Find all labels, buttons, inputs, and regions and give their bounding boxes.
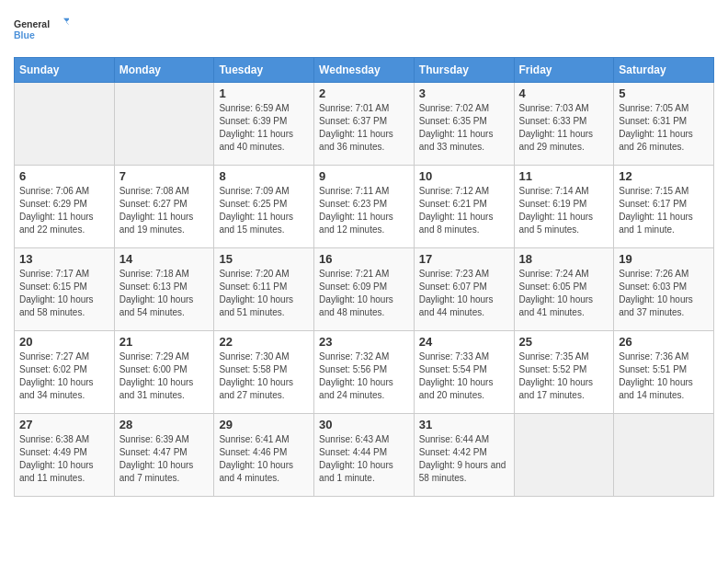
calendar-cell: 11Sunrise: 7:14 AM Sunset: 6:19 PM Dayli… [514,166,614,248]
day-info: Sunrise: 7:05 AM Sunset: 6:31 PM Dayligh… [619,102,709,154]
day-number: 11 [519,169,609,183]
week-row-4: 20Sunrise: 7:27 AM Sunset: 6:02 PM Dayli… [15,331,714,414]
calendar-cell: 6Sunrise: 7:06 AM Sunset: 6:29 PM Daylig… [15,166,115,248]
day-info: Sunrise: 7:08 AM Sunset: 6:27 PM Dayligh… [119,185,210,236]
day-info: Sunrise: 6:41 AM Sunset: 4:46 PM Dayligh… [219,433,309,485]
day-info: Sunrise: 7:09 AM Sunset: 6:25 PM Dayligh… [219,185,309,236]
calendar-cell: 19Sunrise: 7:26 AM Sunset: 6:03 PM Dayli… [614,248,714,331]
logo: General Blue [14,13,69,50]
calendar-cell: 20Sunrise: 7:27 AM Sunset: 6:02 PM Dayli… [15,331,115,414]
day-info: Sunrise: 7:36 AM Sunset: 5:51 PM Dayligh… [619,350,709,402]
calendar-cell [614,414,714,497]
day-info: Sunrise: 7:32 AM Sunset: 5:56 PM Dayligh… [319,350,409,402]
weekday-header-wednesday: Wednesday [314,58,415,83]
day-info: Sunrise: 7:12 AM Sunset: 6:21 PM Dayligh… [419,185,509,236]
calendar-table: SundayMondayTuesdayWednesdayThursdayFrid… [14,57,714,497]
weekday-header-friday: Friday [514,58,614,83]
day-number: 30 [319,418,409,431]
day-info: Sunrise: 7:03 AM Sunset: 6:33 PM Dayligh… [519,102,609,154]
day-info: Sunrise: 7:06 AM Sunset: 6:29 PM Dayligh… [19,185,109,236]
day-info: Sunrise: 6:38 AM Sunset: 4:49 PM Dayligh… [19,433,109,485]
day-info: Sunrise: 6:44 AM Sunset: 4:42 PM Dayligh… [419,433,509,485]
day-number: 12 [619,169,709,183]
calendar-cell: 17Sunrise: 7:23 AM Sunset: 6:07 PM Dayli… [414,248,514,331]
svg-marker-2 [63,18,69,27]
calendar-cell [514,414,614,497]
day-info: Sunrise: 7:23 AM Sunset: 6:07 PM Dayligh… [419,268,509,319]
day-number: 4 [519,86,609,100]
day-number: 16 [319,252,409,266]
weekday-header-thursday: Thursday [414,58,514,83]
day-number: 10 [419,169,509,183]
day-info: Sunrise: 7:18 AM Sunset: 6:13 PM Dayligh… [119,268,210,319]
logo-svg: General Blue [14,13,69,50]
calendar-cell: 2Sunrise: 7:01 AM Sunset: 6:37 PM Daylig… [314,83,415,166]
day-number: 26 [619,335,709,349]
day-info: Sunrise: 7:21 AM Sunset: 6:09 PM Dayligh… [319,268,409,319]
calendar-cell: 9Sunrise: 7:11 AM Sunset: 6:23 PM Daylig… [314,166,415,248]
calendar-cell: 18Sunrise: 7:24 AM Sunset: 6:05 PM Dayli… [514,248,614,331]
calendar-cell: 12Sunrise: 7:15 AM Sunset: 6:17 PM Dayli… [614,166,714,248]
day-number: 2 [319,86,409,100]
calendar-cell: 26Sunrise: 7:36 AM Sunset: 5:51 PM Dayli… [614,331,714,414]
weekday-header-saturday: Saturday [614,58,714,83]
day-number: 7 [119,169,210,183]
day-info: Sunrise: 6:39 AM Sunset: 4:47 PM Dayligh… [119,433,210,485]
day-info: Sunrise: 7:02 AM Sunset: 6:35 PM Dayligh… [419,102,509,154]
day-number: 21 [119,335,210,349]
day-info: Sunrise: 7:01 AM Sunset: 6:37 PM Dayligh… [319,102,409,154]
day-number: 1 [219,86,309,100]
day-number: 28 [119,418,210,431]
calendar-cell: 10Sunrise: 7:12 AM Sunset: 6:21 PM Dayli… [414,166,514,248]
day-number: 3 [419,86,509,100]
day-number: 9 [319,169,409,183]
calendar-cell: 29Sunrise: 6:41 AM Sunset: 4:46 PM Dayli… [214,414,314,497]
day-number: 25 [519,335,609,349]
day-info: Sunrise: 7:27 AM Sunset: 6:02 PM Dayligh… [19,350,109,402]
calendar-cell: 14Sunrise: 7:18 AM Sunset: 6:13 PM Dayli… [114,248,214,331]
day-number: 20 [19,335,109,349]
calendar-cell [114,83,214,166]
calendar-cell: 7Sunrise: 7:08 AM Sunset: 6:27 PM Daylig… [114,166,214,248]
calendar-cell: 8Sunrise: 7:09 AM Sunset: 6:25 PM Daylig… [214,166,314,248]
calendar-cell: 3Sunrise: 7:02 AM Sunset: 6:35 PM Daylig… [414,83,514,166]
day-number: 6 [19,169,109,183]
weekday-header-row: SundayMondayTuesdayWednesdayThursdayFrid… [15,58,714,83]
calendar-cell [15,83,115,166]
day-number: 8 [219,169,309,183]
day-info: Sunrise: 7:11 AM Sunset: 6:23 PM Dayligh… [319,185,409,236]
day-number: 27 [19,418,109,431]
day-info: Sunrise: 7:17 AM Sunset: 6:15 PM Dayligh… [19,268,109,319]
calendar-body: 1Sunrise: 6:59 AM Sunset: 6:39 PM Daylig… [15,83,714,497]
calendar-cell: 28Sunrise: 6:39 AM Sunset: 4:47 PM Dayli… [114,414,214,497]
week-row-1: 1Sunrise: 6:59 AM Sunset: 6:39 PM Daylig… [15,83,714,166]
calendar-cell: 30Sunrise: 6:43 AM Sunset: 4:44 PM Dayli… [314,414,415,497]
calendar-cell: 27Sunrise: 6:38 AM Sunset: 4:49 PM Dayli… [15,414,115,497]
week-row-3: 13Sunrise: 7:17 AM Sunset: 6:15 PM Dayli… [15,248,714,331]
day-info: Sunrise: 7:29 AM Sunset: 6:00 PM Dayligh… [119,350,210,402]
day-info: Sunrise: 7:24 AM Sunset: 6:05 PM Dayligh… [519,268,609,319]
day-info: Sunrise: 7:15 AM Sunset: 6:17 PM Dayligh… [619,185,709,236]
day-info: Sunrise: 7:30 AM Sunset: 5:58 PM Dayligh… [219,350,309,402]
week-row-5: 27Sunrise: 6:38 AM Sunset: 4:49 PM Dayli… [15,414,714,497]
day-info: Sunrise: 7:26 AM Sunset: 6:03 PM Dayligh… [619,268,709,319]
day-number: 19 [619,252,709,266]
calendar-cell: 24Sunrise: 7:33 AM Sunset: 5:54 PM Dayli… [414,331,514,414]
day-number: 17 [419,252,509,266]
day-number: 22 [219,335,309,349]
day-number: 13 [19,252,109,266]
calendar-cell: 31Sunrise: 6:44 AM Sunset: 4:42 PM Dayli… [414,414,514,497]
day-number: 23 [319,335,409,349]
calendar-cell: 25Sunrise: 7:35 AM Sunset: 5:52 PM Dayli… [514,331,614,414]
calendar-cell: 16Sunrise: 7:21 AM Sunset: 6:09 PM Dayli… [314,248,415,331]
day-info: Sunrise: 7:20 AM Sunset: 6:11 PM Dayligh… [219,268,309,319]
day-info: Sunrise: 7:33 AM Sunset: 5:54 PM Dayligh… [419,350,509,402]
calendar-cell: 21Sunrise: 7:29 AM Sunset: 6:00 PM Dayli… [114,331,214,414]
day-info: Sunrise: 7:35 AM Sunset: 5:52 PM Dayligh… [519,350,609,402]
weekday-header-tuesday: Tuesday [214,58,314,83]
day-number: 5 [619,86,709,100]
day-number: 29 [219,418,309,431]
calendar-cell: 4Sunrise: 7:03 AM Sunset: 6:33 PM Daylig… [514,83,614,166]
day-info: Sunrise: 6:59 AM Sunset: 6:39 PM Dayligh… [219,102,309,154]
svg-text:General: General [14,18,50,29]
